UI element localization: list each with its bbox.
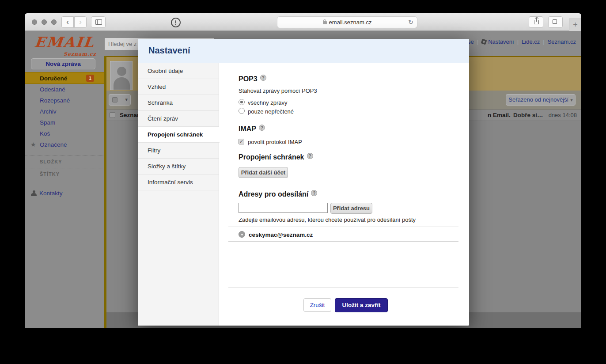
sidebar-section-folders[interactable]: SLOŽKY	[40, 159, 62, 164]
address-radio-icon[interactable]	[239, 231, 245, 238]
unread-badge: 1	[86, 75, 94, 82]
tab-appearance[interactable]: Vzhled	[138, 79, 219, 95]
imap-heading: IMAP	[239, 125, 265, 133]
sidebar-item-inbox[interactable]: Doručené 1	[25, 72, 106, 84]
modal-header: Nastavení	[138, 39, 469, 63]
seznam-link[interactable]: Seznam.cz	[548, 38, 576, 45]
close-window-button[interactable]	[32, 19, 37, 25]
pop3-heading: POP3	[239, 75, 266, 83]
email-preview: Dobře si…	[513, 110, 543, 121]
imap-checkbox-label[interactable]: povolit protokol IMAP	[248, 139, 302, 145]
link-separator: |	[477, 38, 478, 45]
add-address-button[interactable]: Přidat adresu	[330, 203, 372, 214]
sidebar-section-labels[interactable]: ŠTÍTKY	[40, 171, 60, 177]
forward-button[interactable]: ›	[74, 16, 87, 28]
save-and-close-button[interactable]: Uložit a zavřít	[335, 298, 388, 312]
pop3-description: Stahovat zprávy pomocí POP3	[239, 87, 317, 94]
row-checkbox[interactable]	[110, 112, 115, 118]
compose-button[interactable]: Nová zpráva	[31, 58, 95, 69]
sort-order-button[interactable]: Seřazeno od nejnovější▾	[506, 94, 576, 106]
tab-reading[interactable]: Čtení zpráv	[138, 111, 219, 127]
settings-content: POP3 Stahovat zprávy pomocí POP3 všechny…	[220, 63, 469, 326]
inbox-label: Doručené	[40, 75, 67, 82]
sidebar-item-sent[interactable]: Odeslané	[25, 84, 104, 95]
divider	[228, 227, 458, 227]
settings-link[interactable]: Nastavení	[488, 38, 514, 45]
contacts-label: Kontakty	[39, 190, 63, 197]
share-button[interactable]	[529, 16, 543, 28]
address-hint: Zadejte emailovou adresu, kterou chcete …	[239, 216, 416, 223]
add-account-button[interactable]: Přidat další účet	[239, 167, 288, 178]
tabs-overview-button[interactable]	[548, 16, 563, 28]
radio-unread-only-label[interactable]: pouze nepřečtené	[248, 108, 294, 115]
sidebar-item-drafts[interactable]: Rozepsané	[25, 95, 104, 106]
address-input[interactable]	[239, 203, 328, 213]
radio-all-messages-label[interactable]: všechny zprávy	[248, 99, 288, 106]
settings-modal: Nastavení Osobní údaje Vzhled Schránka Č…	[138, 39, 469, 326]
sidebar-divider	[25, 168, 104, 168]
tab-filters[interactable]: Filtry	[138, 143, 219, 159]
tab-info-service[interactable]: Informační servis	[138, 174, 219, 190]
help-icon[interactable]	[259, 125, 265, 131]
footer-divider	[228, 287, 458, 288]
modal-title: Nastavení	[148, 46, 190, 56]
email-date: dnes 14:08	[549, 110, 577, 121]
sidebar-item-starred[interactable]: ★Označené	[25, 139, 104, 150]
tabs-overview-icon	[553, 19, 557, 24]
new-tab-button[interactable]: +	[569, 19, 581, 31]
imap-checkbox[interactable]	[239, 139, 244, 144]
checkbox-icon	[112, 97, 117, 102]
link-separator: |	[543, 38, 544, 45]
extension-icon[interactable]	[171, 18, 181, 27]
email-logo-subtitle: Seznam.cz	[64, 51, 96, 57]
sidebar-divider	[25, 155, 104, 156]
header-links: t se|Nastavení|Lidé.cz|Seznam.cz	[465, 38, 576, 45]
chevron-down-icon: ▾	[570, 97, 573, 102]
sidebar-divider	[25, 180, 104, 180]
sidebar-item-trash[interactable]: Koš	[25, 128, 104, 139]
sidebar-item-archive[interactable]: Archiv	[25, 106, 104, 117]
select-all-dropdown[interactable]: ▾	[109, 94, 131, 106]
share-icon	[534, 20, 539, 24]
linked-mailboxes-heading: Propojení schránek	[239, 153, 313, 161]
person-icon	[31, 190, 37, 196]
tab-mailbox[interactable]: Schránka	[138, 95, 219, 111]
selected-folder-accent-line	[104, 56, 106, 328]
cancel-button[interactable]: Zrušit	[303, 298, 331, 312]
tab-linked-mailboxes[interactable]: Propojení schránek	[138, 127, 220, 143]
chevron-down-icon: ▾	[125, 97, 128, 102]
email-logo[interactable]: EMAIL	[34, 34, 95, 51]
sort-order-label: Seřazeno od nejnovější	[508, 96, 568, 103]
avatar	[110, 61, 133, 90]
divider	[228, 241, 458, 242]
link-separator: |	[517, 38, 519, 45]
screen: ‹ › email.seznam.cz ↻ + EMAIL Seznam.cz …	[0, 0, 606, 364]
sidebar-toggle-icon	[95, 19, 102, 25]
sidebar-toggle-button[interactable]	[91, 16, 106, 28]
sending-addresses-heading: Adresy pro odesílání	[239, 190, 317, 198]
url-text: email.seznam.cz	[329, 19, 372, 26]
address-bar[interactable]: email.seznam.cz ↻	[277, 16, 417, 28]
lock-icon	[323, 21, 327, 24]
email-subject-fragment: n Email.	[488, 110, 511, 121]
settings-tab-list: Osobní údaje Vzhled Schránka Čtení zpráv…	[138, 63, 219, 326]
gear-icon	[481, 38, 487, 45]
star-icon: ★	[30, 139, 36, 150]
lide-link[interactable]: Lidé.cz	[522, 38, 540, 45]
help-icon[interactable]	[307, 153, 313, 159]
help-icon[interactable]	[260, 75, 266, 81]
help-icon[interactable]	[311, 190, 317, 196]
sidebar-item-spam[interactable]: Spam	[25, 117, 104, 128]
tab-personal[interactable]: Osobní údaje	[138, 63, 219, 79]
browser-titlebar: ‹ › email.seznam.cz ↻ +	[25, 13, 581, 31]
radio-all-messages[interactable]	[239, 99, 245, 105]
sending-address-value: ceskymac@seznam.cz	[249, 231, 313, 238]
starred-label: Označené	[40, 141, 67, 148]
radio-unread-only[interactable]	[239, 108, 245, 114]
zoom-window-button[interactable]	[51, 19, 57, 25]
reload-icon[interactable]: ↻	[408, 17, 413, 28]
tab-folders-labels[interactable]: Složky a štítky	[138, 159, 219, 174]
back-button[interactable]: ‹	[61, 16, 74, 28]
sidebar-item-contacts[interactable]: Kontakty	[25, 188, 104, 199]
minimize-window-button[interactable]	[42, 19, 47, 25]
